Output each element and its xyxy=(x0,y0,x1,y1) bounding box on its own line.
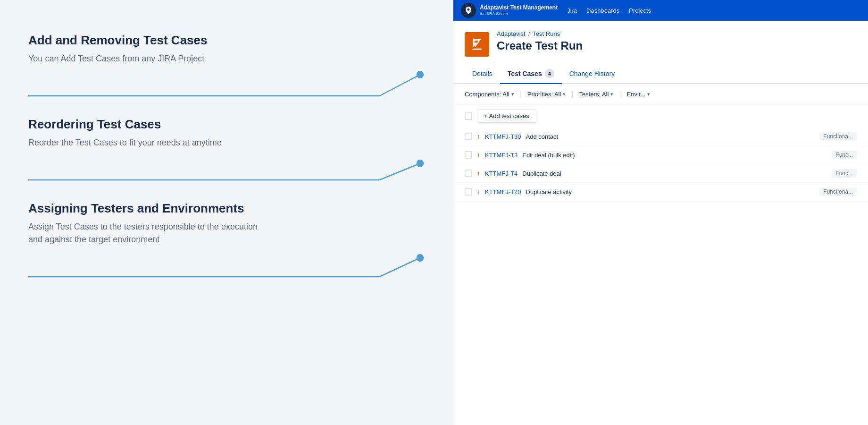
feature-3-title: Assigning Testers and Environments xyxy=(28,201,425,216)
feature-block-3: Assigning Testers and Environments Assig… xyxy=(28,187,425,279)
svg-point-8 xyxy=(417,254,424,262)
tc-key-3[interactable]: KTTMFJ-T4 xyxy=(485,170,517,177)
tc-tag-2: Func... xyxy=(832,151,857,159)
page-header-text: Adaptavist / Test Runs Create Test Run xyxy=(497,30,583,52)
tab-details-label: Details xyxy=(472,70,492,77)
breadcrumb-project[interactable]: Adaptavist xyxy=(497,30,526,37)
tc-name-2: Edit deal (bulk edit) xyxy=(522,152,827,159)
table-row: ↑ KTTMFJ-T3 Edit deal (bulk edit) Func..… xyxy=(453,146,868,164)
app-logo-text: Adaptavist Test Management for JIRA Serv… xyxy=(480,4,558,16)
feature-2-title: Reordering Test Cases xyxy=(28,117,425,132)
test-cases-list: ↑ KTTMFJ-T30 Add contact Functiona... ↑ … xyxy=(453,128,868,201)
breadcrumb-separator: / xyxy=(528,30,530,37)
content-area: Adaptavist / Test Runs Create Test Run D… xyxy=(453,21,868,425)
connector-3 xyxy=(28,251,425,279)
add-test-cases-button[interactable]: + Add test cases xyxy=(477,109,536,123)
priority-icon-1: ↑ xyxy=(477,133,480,140)
app-logo: Adaptavist Test Management for JIRA Serv… xyxy=(461,3,558,18)
priority-icon-4: ↑ xyxy=(477,188,480,196)
tc-name-4: Duplicate activity xyxy=(526,188,815,196)
tab-test-cases[interactable]: Test Cases 4 xyxy=(500,64,562,84)
filters-bar: Components: All ▾ | Priorities: All ▾ | … xyxy=(453,84,868,104)
tc-key-4[interactable]: KTTMFJ-T20 xyxy=(485,188,521,196)
tab-details[interactable]: Details xyxy=(465,65,500,83)
connector-1 xyxy=(28,70,425,98)
app-name: Adaptavist Test Management xyxy=(480,4,558,11)
left-panel: Add and Removing Test Cases You can Add … xyxy=(0,0,453,425)
breadcrumb: Adaptavist / Test Runs xyxy=(497,30,583,37)
row-1-checkbox[interactable] xyxy=(465,133,472,140)
filter-sep-1: | xyxy=(520,90,522,98)
tabs-bar: Details Test Cases 4 Change History xyxy=(453,64,868,84)
feature-1-title: Add and Removing Test Cases xyxy=(28,33,425,48)
tc-tag-3: Func... xyxy=(832,169,857,178)
priority-icon-3: ↑ xyxy=(477,170,480,177)
tc-key-2[interactable]: KTTMFJ-T3 xyxy=(485,152,517,159)
right-panel: Adaptavist Test Management for JIRA Serv… xyxy=(453,0,868,425)
tab-test-cases-label: Test Cases xyxy=(508,70,542,77)
feature-block-2: Reordering Test Cases Reorder the Test C… xyxy=(28,103,425,182)
tc-tag-1: Functiona... xyxy=(819,132,857,141)
nav-projects[interactable]: Projects xyxy=(629,7,651,14)
page-title: Create Test Run xyxy=(497,39,583,52)
select-all-checkbox[interactable] xyxy=(465,112,472,120)
tab-change-history[interactable]: Change History xyxy=(562,65,623,83)
table-row: ↑ KTTMFJ-T4 Duplicate deal Func... xyxy=(453,164,868,183)
filter-sep-2: | xyxy=(571,90,573,98)
tc-name-1: Add contact xyxy=(526,133,815,140)
app-logo-icon xyxy=(461,3,476,18)
tab-test-cases-badge: 4 xyxy=(545,69,554,78)
svg-line-1 xyxy=(380,75,420,96)
feature-1-desc: You can Add Test Cases from any JIRA Pro… xyxy=(28,52,274,65)
breadcrumb-section[interactable]: Test Runs xyxy=(533,30,560,37)
svg-point-5 xyxy=(417,160,424,167)
filter-testers[interactable]: Testers: All ▾ xyxy=(579,91,614,98)
row-2-checkbox[interactable] xyxy=(465,151,472,159)
svg-line-7 xyxy=(380,258,420,277)
table-row: ↑ KTTMFJ-T30 Add contact Functiona... xyxy=(453,128,868,146)
filter-components[interactable]: Components: All ▾ xyxy=(465,91,514,98)
row-4-checkbox[interactable] xyxy=(465,188,472,196)
app-subtitle: for JIRA Server xyxy=(480,11,558,17)
svg-point-2 xyxy=(417,71,424,78)
feature-2-desc: Reorder the Test Cases to fit your needs… xyxy=(28,136,274,149)
filter-envir[interactable]: Envir... ▾ xyxy=(627,91,651,98)
project-avatar xyxy=(465,32,489,57)
svg-line-4 xyxy=(380,163,420,180)
feature-block-1: Add and Removing Test Cases You can Add … xyxy=(28,19,425,98)
table-row: ↑ KTTMFJ-T20 Duplicate activity Function… xyxy=(453,183,868,201)
filter-priorities[interactable]: Priorities: All ▾ xyxy=(527,91,566,98)
tc-tag-4: Functiona... xyxy=(819,187,857,196)
toolbar: + Add test cases xyxy=(453,104,868,128)
tab-change-history-label: Change History xyxy=(569,70,615,77)
connector-2 xyxy=(28,154,425,182)
tc-key-1[interactable]: KTTMFJ-T30 xyxy=(485,133,521,140)
nav-bar: Adaptavist Test Management for JIRA Serv… xyxy=(453,0,868,21)
row-3-checkbox[interactable] xyxy=(465,170,472,177)
feature-3-desc: Assign Test Cases to the testers respons… xyxy=(28,221,274,246)
tc-name-3: Duplicate deal xyxy=(522,170,827,177)
nav-jira[interactable]: Jira xyxy=(567,7,577,14)
priority-icon-2: ↑ xyxy=(477,151,480,159)
svg-rect-9 xyxy=(472,49,482,50)
nav-dashboards[interactable]: Dashboards xyxy=(586,7,619,14)
page-header: Adaptavist / Test Runs Create Test Run xyxy=(453,21,868,57)
filter-sep-3: | xyxy=(619,90,621,98)
